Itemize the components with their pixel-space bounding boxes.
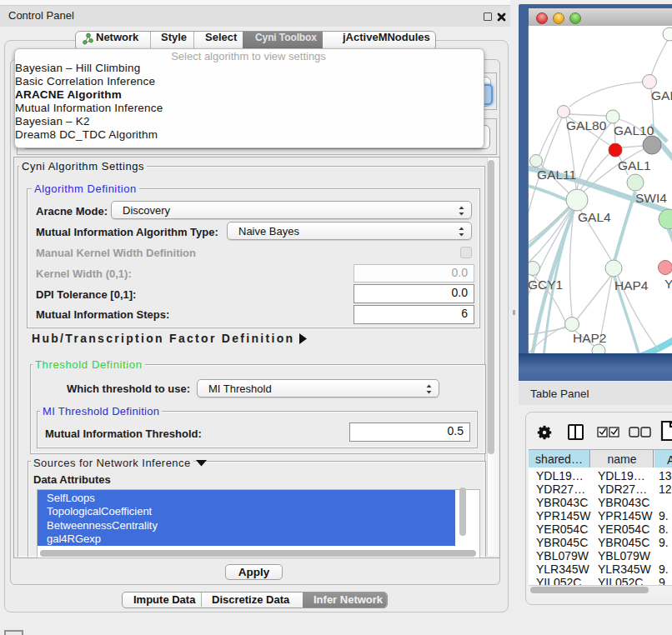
svg-text:Y: Y xyxy=(664,277,672,291)
svg-text:SWI4: SWI4 xyxy=(635,191,667,205)
svg-text:GAL4: GAL4 xyxy=(578,210,611,224)
svg-text:HAP4: HAP4 xyxy=(614,278,649,292)
svg-text:GAL80: GAL80 xyxy=(566,118,607,132)
svg-text:GAL1: GAL1 xyxy=(618,158,651,172)
svg-text:HAP2: HAP2 xyxy=(573,331,607,345)
svg-text:GCY1: GCY1 xyxy=(529,278,563,292)
svg-text:GAL10: GAL10 xyxy=(614,123,654,138)
svg-text:GAL7: GAL7 xyxy=(651,88,672,102)
svg-text:GAL11: GAL11 xyxy=(537,168,576,182)
